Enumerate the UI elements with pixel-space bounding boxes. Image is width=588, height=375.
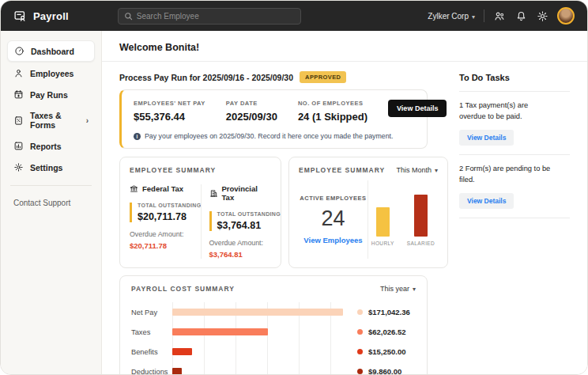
sidebar: Dashboard Employees Pay Runs bbox=[1, 31, 102, 375]
period-value: This Month bbox=[396, 166, 432, 174]
taxes-bar bbox=[172, 328, 268, 335]
overdue-amount: $20,711.78 bbox=[130, 241, 194, 250]
hourly-bar bbox=[376, 207, 390, 237]
category-label: Benefits bbox=[131, 348, 172, 356]
category-label: Taxes bbox=[131, 328, 172, 336]
stat-value: 24 (1 Skipped) bbox=[298, 111, 368, 123]
chart-row-net-pay: Net Pay $171,042.36 bbox=[131, 302, 416, 322]
sidebar-item-label: Employees bbox=[30, 69, 74, 78]
welcome-header: Welcome Bonita! bbox=[102, 31, 587, 62]
overdue-label: Overdue Amount: bbox=[130, 230, 194, 238]
card-title: EMPLOYEE SUMMARY bbox=[130, 166, 271, 174]
overdue-amount: $3,764.81 bbox=[209, 250, 272, 259]
benefits-bar bbox=[172, 348, 192, 355]
stat-label: EMPLOYEES' NET PAY bbox=[134, 100, 205, 107]
dashboard-icon bbox=[14, 46, 24, 56]
search-input[interactable] bbox=[137, 12, 295, 21]
employee-summary-card: EMPLOYEE SUMMARY This Month ACTIVE EMPLO… bbox=[288, 157, 448, 268]
payroll-logo-icon bbox=[13, 9, 27, 23]
bank-icon bbox=[130, 184, 138, 193]
stat-label: NO. OF EMPLOYEES bbox=[298, 100, 368, 107]
stat-employee-count: NO. OF EMPLOYEES 24 (1 Skipped) bbox=[298, 100, 368, 123]
notifications-bell-icon[interactable] bbox=[514, 9, 527, 22]
todo-task-forms: 2 Form(s) are pending to be filed. View … bbox=[459, 164, 570, 209]
legend-dot bbox=[357, 329, 363, 335]
stat-value: $55,376.44 bbox=[134, 111, 205, 123]
employee-type-chart: HOURLY SALARIED bbox=[368, 180, 438, 259]
user-avatar[interactable] bbox=[557, 7, 575, 25]
sidebar-item-label: Dashboard bbox=[31, 47, 74, 56]
category-label: Net Pay bbox=[131, 309, 172, 316]
topbar-divider bbox=[484, 9, 484, 22]
info-text: Pay your employees on 2025/09/30. Record… bbox=[145, 132, 393, 140]
active-employees-label: ACTIVE EMPLOYEES bbox=[300, 195, 366, 202]
page-title: Welcome Bonita! bbox=[119, 42, 570, 53]
total-outstanding-block: TOTAL OUTSTANDING $3,764.81 bbox=[209, 211, 272, 231]
sidebar-item-dashboard[interactable]: Dashboard bbox=[7, 40, 95, 62]
view-employees-link[interactable]: View Employees bbox=[303, 236, 362, 244]
total-outstanding-label: TOTAL OUTSTANDING bbox=[217, 211, 272, 217]
document-icon bbox=[13, 116, 24, 126]
main-content: Welcome Bonita! Process Pay Run for 2025… bbox=[102, 31, 587, 375]
sidebar-item-reports[interactable]: Reports bbox=[7, 136, 95, 156]
divider bbox=[459, 218, 570, 218]
sidebar-item-label: Settings bbox=[30, 163, 62, 172]
sidebar-item-settings[interactable]: Settings bbox=[7, 157, 95, 177]
app-logo: Payroll bbox=[13, 9, 69, 23]
period-value: This year bbox=[380, 285, 409, 293]
bar-label-salaried: SALARIED bbox=[407, 241, 435, 246]
payrun-header: Process Pay Run for 2025/09/16 - 2025/09… bbox=[119, 71, 448, 83]
person-icon bbox=[13, 68, 24, 78]
payroll-cost-summary-card: PAYROLL COST SUMMARY This year Net Pay bbox=[119, 275, 428, 375]
topbar: Payroll Zylker Corp bbox=[1, 1, 587, 31]
legend-entry: $171,042.36 bbox=[343, 308, 416, 316]
bar-label-hourly: HOURLY bbox=[371, 241, 394, 246]
settings-gear-icon[interactable] bbox=[536, 9, 548, 22]
contact-support-link[interactable]: Contact Support bbox=[7, 194, 95, 212]
bar-chart-icon bbox=[13, 141, 24, 151]
org-switcher[interactable]: Zylker Corp bbox=[428, 12, 475, 21]
overdue-label: Overdue Amount: bbox=[209, 239, 272, 247]
employee-search[interactable] bbox=[118, 8, 301, 25]
view-details-button[interactable]: View Details bbox=[459, 193, 514, 209]
info-icon bbox=[134, 133, 141, 140]
app-window: Payroll Zylker Corp bbox=[0, 0, 588, 375]
payrun-card: EMPLOYEES' NET PAY $55,376.44 PAY DATE 2… bbox=[119, 89, 428, 149]
referral-users-icon[interactable] bbox=[493, 9, 506, 22]
period-dropdown[interactable]: This year bbox=[380, 285, 416, 293]
legend-value: $62,026.52 bbox=[368, 328, 406, 336]
card-title: PAYROLL COST SUMMARY bbox=[131, 285, 235, 293]
legend-value: $171,042.36 bbox=[368, 308, 410, 316]
payroll-cost-chart: Net Pay $171,042.36 Taxes bbox=[131, 302, 416, 375]
legend-value: $9,860.00 bbox=[368, 367, 401, 375]
sidebar-item-pay-runs[interactable]: Pay Runs bbox=[7, 85, 95, 104]
divider bbox=[459, 91, 570, 92]
tax-name: Provincial Tax bbox=[222, 184, 272, 202]
total-outstanding-label: TOTAL OUTSTANDING bbox=[138, 203, 194, 208]
gear-icon bbox=[13, 162, 24, 172]
chart-row-taxes: Taxes $62,026.52 bbox=[131, 322, 416, 342]
salaried-bar bbox=[414, 195, 428, 237]
sidebar-item-employees[interactable]: Employees bbox=[7, 63, 95, 83]
dashboard-content: Process Pay Run for 2025/09/16 - 2025/09… bbox=[102, 62, 448, 375]
chart-row-deductions: Deductions $9,860.00 bbox=[131, 362, 416, 375]
legend-entry: $62,026.52 bbox=[343, 328, 416, 336]
tax-name: Federal Tax bbox=[142, 184, 183, 193]
view-details-button[interactable]: View Details bbox=[459, 130, 514, 146]
chart-row-benefits: Benefits $15,250.00 bbox=[131, 342, 416, 362]
sidebar-item-label: Reports bbox=[30, 142, 62, 151]
app-title: Payroll bbox=[33, 10, 69, 22]
tax-summary-card: EMPLOYEE SUMMARY bbox=[119, 157, 281, 268]
legend-value: $15,250.00 bbox=[368, 347, 406, 356]
calendar-icon bbox=[13, 89, 24, 100]
chevron-right-icon bbox=[86, 116, 89, 125]
todo-panel: To Do Tasks 1 Tax payment(s) are overdue… bbox=[448, 62, 587, 375]
category-label: Deductions bbox=[131, 368, 172, 375]
sidebar-item-taxes-forms[interactable]: Taxes & Forms bbox=[7, 106, 95, 134]
sidebar-item-label: Taxes & Forms bbox=[30, 111, 80, 130]
view-details-button[interactable]: View Details bbox=[388, 100, 447, 117]
payment-info-note: Pay your employees on 2025/09/30. Record… bbox=[134, 132, 416, 140]
todo-task-tax-payments: 1 Tax payment(s) are overdue to be paid.… bbox=[459, 100, 570, 146]
period-dropdown[interactable]: This Month bbox=[396, 166, 438, 174]
legend-dot bbox=[357, 349, 363, 354]
